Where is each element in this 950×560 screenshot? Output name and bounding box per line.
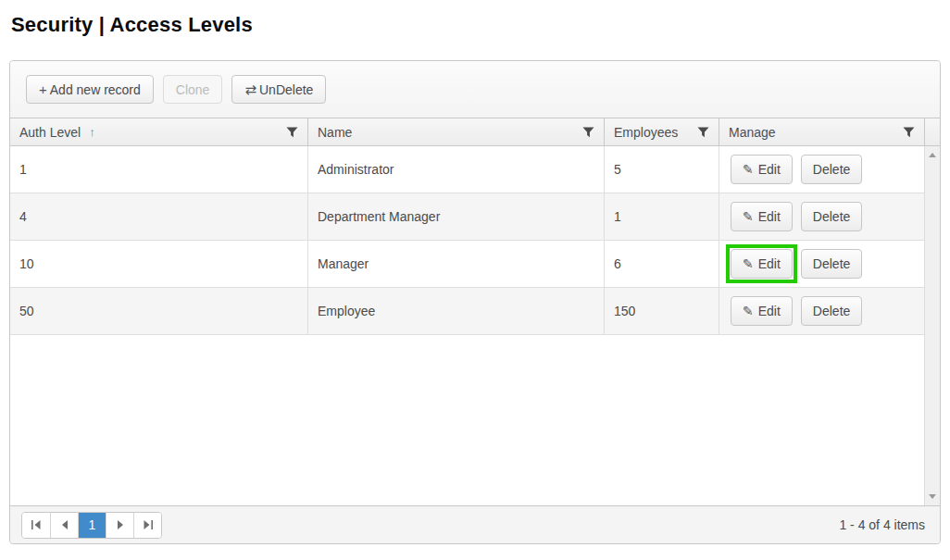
filter-funnel-icon: [582, 127, 594, 138]
name-cell: Employee: [307, 288, 604, 334]
table-row-manager: 10 Manager 6 ✎ Edit Delete: [10, 241, 924, 288]
employees-cell: 1: [604, 193, 719, 240]
edit-button-label: Edit: [758, 304, 781, 318]
column-header-auth-level[interactable]: Auth Level ↑: [10, 118, 307, 145]
delete-button-label: Delete: [813, 162, 850, 177]
last-page-button[interactable]: [133, 513, 161, 538]
header-scrollbar-spacer: [924, 118, 940, 145]
pencil-icon: ✎: [743, 163, 754, 176]
undelete-button[interactable]: ⇄ UnDelete: [231, 75, 326, 104]
delete-button[interactable]: Delete: [801, 155, 862, 184]
clone-label: Clone: [176, 82, 210, 97]
previous-page-button[interactable]: [50, 513, 78, 538]
edit-button-label: Edit: [758, 256, 781, 271]
manage-cell: ✎ Edit Delete: [719, 288, 924, 334]
delete-button[interactable]: Delete: [801, 249, 862, 279]
column-header-manage[interactable]: Manage: [719, 118, 924, 145]
name-cell: Department Manager: [307, 193, 604, 240]
clone-button[interactable]: Clone: [163, 75, 223, 104]
pager-bar: 1 1 - 4 of 4 items: [10, 505, 940, 543]
auth-level-cell: 4: [10, 193, 307, 240]
vertical-scrollbar[interactable]: [924, 146, 940, 506]
delete-button[interactable]: Delete: [801, 202, 862, 231]
filter-button-manage[interactable]: [900, 124, 918, 141]
page-1-button[interactable]: 1: [78, 513, 106, 538]
highlight-annotation-box: ✎ Edit: [726, 244, 797, 283]
page-number: 1: [89, 517, 96, 532]
filter-button-employees[interactable]: [694, 124, 712, 141]
grid-header-row: Auth Level ↑ Name Employees Manage: [10, 118, 940, 146]
edit-button-highlighted[interactable]: ✎ Edit: [731, 249, 793, 279]
employees-cell: 6: [604, 241, 719, 287]
next-page-icon: [117, 520, 124, 529]
edit-button[interactable]: ✎ Edit: [731, 296, 793, 326]
sort-ascending-icon: ↑: [89, 125, 95, 139]
table-row-department-manager: 4 Department Manager 1 ✎ Edit Delete: [10, 193, 924, 241]
auth-level-cell: 1: [10, 146, 307, 193]
delete-button[interactable]: Delete: [801, 296, 862, 326]
filter-button-auth-level[interactable]: [283, 124, 301, 141]
first-page-icon: [31, 520, 42, 529]
add-new-record-label: Add new record: [50, 82, 141, 97]
manage-cell: ✎ Edit Delete: [719, 241, 924, 287]
column-header-label: Name: [318, 125, 352, 140]
pencil-icon: ✎: [743, 210, 754, 223]
employees-cell: 5: [604, 146, 719, 193]
access-levels-grid: + Add new record Clone ⇄ UnDelete Auth L…: [9, 60, 941, 544]
edit-button[interactable]: ✎ Edit: [731, 155, 793, 184]
previous-page-icon: [61, 520, 69, 529]
page-title: Security | Access Levels: [11, 13, 253, 37]
column-header-label: Manage: [729, 125, 776, 140]
filter-funnel-icon: [286, 127, 298, 138]
filter-button-name[interactable]: [580, 124, 597, 141]
filter-funnel-icon: [903, 127, 915, 138]
next-page-button[interactable]: [106, 513, 133, 538]
delete-button-label: Delete: [813, 209, 850, 224]
filter-funnel-icon: [697, 127, 709, 138]
delete-button-label: Delete: [813, 256, 850, 271]
scroll-up-icon: [929, 153, 936, 157]
name-cell: Administrator: [307, 146, 604, 193]
scroll-down-icon: [929, 494, 936, 499]
pager-button-group: 1: [21, 512, 162, 539]
pencil-icon: ✎: [743, 257, 754, 270]
column-header-label: Auth Level: [19, 125, 81, 140]
table-row-administrator: 1 Administrator 5 ✎ Edit Delete: [10, 146, 924, 193]
swap-arrows-icon: ⇄: [244, 82, 256, 96]
plus-icon: +: [39, 82, 47, 96]
name-cell: Manager: [307, 241, 604, 287]
column-header-label: Employees: [614, 125, 678, 140]
employees-cell: 150: [604, 288, 719, 334]
manage-cell: ✎ Edit Delete: [719, 193, 924, 240]
manage-cell: ✎ Edit Delete: [719, 146, 924, 193]
scrollbar-down-button[interactable]: [925, 490, 940, 504]
pager-info: 1 - 4 of 4 items: [839, 517, 931, 532]
column-header-name[interactable]: Name: [307, 118, 604, 145]
add-new-record-button[interactable]: + Add new record: [26, 75, 154, 104]
grid-body: 1 Administrator 5 ✎ Edit Delete 4 Depart…: [10, 146, 940, 506]
pencil-icon: ✎: [743, 305, 754, 317]
last-page-icon: [143, 520, 153, 529]
auth-level-cell: 50: [10, 288, 307, 334]
edit-button[interactable]: ✎ Edit: [731, 202, 793, 231]
auth-level-cell: 10: [10, 241, 307, 287]
column-header-employees[interactable]: Employees: [604, 118, 719, 145]
first-page-button[interactable]: [22, 513, 50, 538]
undelete-label: UnDelete: [259, 82, 313, 97]
edit-button-label: Edit: [758, 162, 781, 177]
edit-button-label: Edit: [758, 209, 781, 224]
table-row-employee: 50 Employee 150 ✎ Edit Delete: [10, 288, 924, 335]
grid-toolbar: + Add new record Clone ⇄ UnDelete: [10, 61, 940, 118]
delete-button-label: Delete: [813, 304, 850, 318]
scrollbar-up-button[interactable]: [925, 148, 940, 163]
